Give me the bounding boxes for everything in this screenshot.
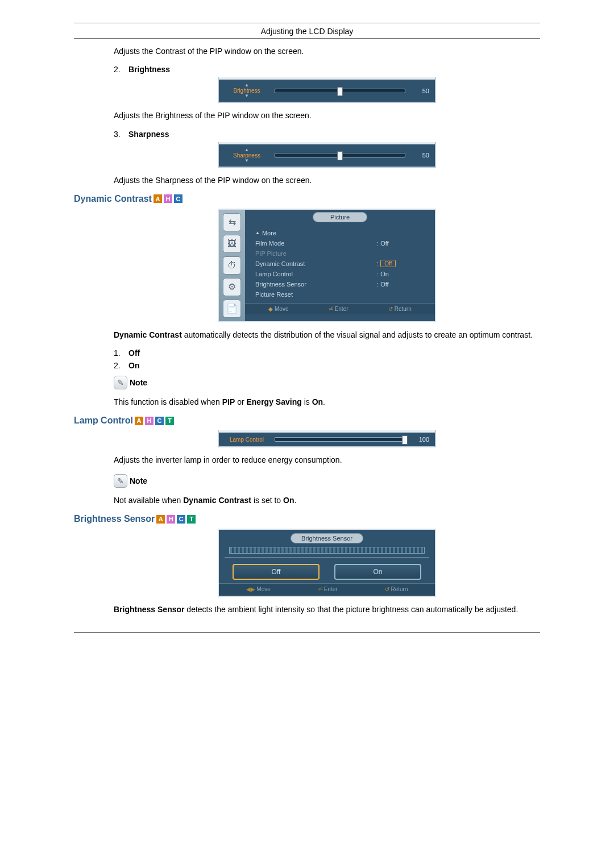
note-row: ✎ Note: [114, 474, 540, 488]
note-icon: ✎: [114, 376, 127, 389]
menu-info-icon[interactable]: 📄: [223, 300, 241, 318]
on-button[interactable]: On: [334, 564, 421, 580]
down-arrow-icon: ▼: [244, 94, 249, 98]
brightness-description: Adjusts the Brightness of the PIP window…: [114, 110, 540, 121]
slider-value: 50: [410, 152, 429, 159]
section-heading-brightness-sensor: Brightness Sensor A H C T: [74, 514, 540, 524]
item-number: 3.: [114, 130, 128, 139]
brightness-slider-panel: ▲ Brightness ▼ 50: [218, 77, 436, 103]
slider-thumb[interactable]: [337, 151, 343, 160]
section-heading-dynamic-contrast: Dynamic Contrast A H C: [74, 194, 540, 204]
menu-tab: Picture: [313, 212, 367, 222]
menu-hints: ◆ Move ⏎ Enter ↺ Return: [245, 303, 435, 314]
badge-t-icon: T: [187, 515, 196, 524]
lamp-description: Adjusts the inverter lamp in order to re…: [114, 454, 540, 466]
slider-thumb[interactable]: [337, 87, 343, 96]
lamp-note: Not available when Dynamic Contrast is s…: [114, 495, 540, 506]
slider-track[interactable]: [275, 89, 405, 93]
menu-row-film-mode[interactable]: Film Mode Off: [255, 238, 428, 248]
menu-row-lamp-control[interactable]: Lamp Control On: [255, 269, 428, 279]
slider-track[interactable]: [275, 437, 405, 442]
panel-hints: ◀▶ Move ⏎ Enter ↺ Return: [219, 583, 435, 596]
brightness-sensor-panel: Brightness Sensor Off On ◀▶ Move ⏎ Enter…: [218, 529, 436, 597]
picture-menu-panel: ⇆ 🖼 ⏱ ⚙ 📄 Picture ▲ More Film Mode: [218, 209, 436, 322]
slider-track[interactable]: [275, 153, 405, 157]
option-on: 2. On: [114, 361, 540, 370]
badge-h-icon: H: [164, 194, 172, 203]
menu-row-brightness-sensor[interactable]: Brightness Sensor Off: [255, 279, 428, 289]
menu-settings-icon[interactable]: ⚙: [223, 278, 241, 296]
badge-t-icon: T: [165, 417, 174, 425]
item-number: 2.: [114, 65, 128, 74]
lamp-control-slider-panel: Lamp Control 100: [218, 430, 436, 447]
badge-c-icon: C: [174, 194, 182, 203]
back-arrow-icon: ▲: [255, 230, 260, 235]
slider-value: 50: [410, 88, 429, 94]
slider-value: 100: [410, 436, 429, 443]
off-button[interactable]: Off: [233, 564, 320, 580]
up-arrow-icon: ▲: [244, 148, 249, 152]
item-label: Brightness: [128, 65, 170, 74]
page-header: Adjusting the LCD Display: [74, 23, 540, 38]
badge-a-icon: A: [154, 194, 162, 203]
list-item-brightness: 2. Brightness: [114, 65, 540, 74]
option-off: 1. Off: [114, 348, 540, 358]
brightness-sensor-description: Brightness Sensor detects the ambient li…: [114, 604, 540, 615]
item-label: Sharpness: [128, 130, 169, 139]
sharpness-description: Adjusts the Sharpness of the PIP window …: [114, 175, 540, 186]
dynamic-contrast-note: This function is disabled when PIP or En…: [114, 396, 540, 408]
note-icon: ✎: [114, 474, 127, 488]
down-arrow-icon: ▼: [244, 159, 249, 163]
contrast-description: Adjusts the Contrast of the PIP window o…: [114, 45, 540, 57]
badge-h-icon: H: [167, 515, 175, 524]
slider-label: Lamp Control: [223, 437, 270, 443]
slider-thumb[interactable]: [402, 435, 408, 445]
slider-label: ▲ Sharpness ▼: [223, 148, 270, 163]
progress-bar: [229, 547, 425, 554]
menu-picture-icon[interactable]: 🖼: [223, 235, 241, 253]
badge-a-icon: A: [156, 515, 165, 524]
panel-title: Brightness Sensor: [291, 533, 363, 543]
menu-row-picture-reset[interactable]: Picture Reset: [255, 289, 428, 300]
menu-row-pip-picture: PIP Picture: [255, 248, 428, 259]
slider-label: ▲ Brightness ▼: [223, 83, 270, 98]
section-heading-lamp-control: Lamp Control A H C T: [74, 416, 540, 426]
badge-c-icon: C: [155, 417, 164, 425]
list-item-sharpness: 3. Sharpness: [114, 130, 540, 139]
menu-row-more[interactable]: ▲ More: [255, 228, 428, 238]
badge-a-icon: A: [135, 417, 143, 425]
up-arrow-icon: ▲: [244, 83, 249, 88]
menu-timer-icon[interactable]: ⏱: [223, 256, 241, 275]
menu-row-dynamic-contrast[interactable]: Dynamic Contrast Off: [255, 259, 428, 269]
badge-c-icon: C: [177, 515, 185, 524]
dynamic-contrast-description: Dynamic Contrast automatically detects t…: [114, 329, 540, 340]
menu-input-icon[interactable]: ⇆: [223, 213, 241, 231]
note-row: ✎ Note: [114, 376, 540, 389]
badge-h-icon: H: [145, 417, 154, 425]
sharpness-slider-panel: ▲ Sharpness ▼ 50: [218, 142, 436, 168]
